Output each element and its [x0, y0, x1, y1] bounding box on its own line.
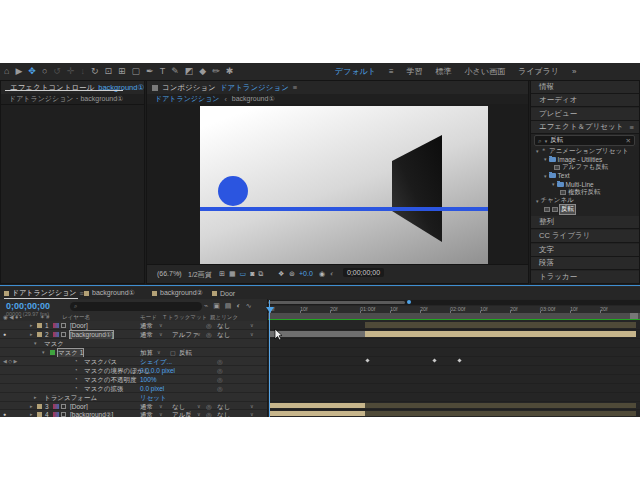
sidebar-panel-トラッカー[interactable]: トラッカー — [531, 271, 639, 284]
preset-tree-item[interactable]: ▾チャンネル — [536, 197, 574, 205]
property-row[interactable]: ▾マスク 1加算∨▢反転 — [0, 348, 267, 357]
playhead[interactable] — [269, 300, 270, 417]
presets-search-input[interactable]: ⌕ ▾ 反転 ✕ — [534, 135, 635, 146]
effects-presets-header[interactable]: エフェクト＆プリセット ≡ — [531, 121, 639, 134]
track-row[interactable] — [268, 366, 640, 375]
track-row[interactable] — [268, 330, 640, 339]
selection-tool[interactable]: ▶ — [15, 67, 22, 76]
puppet-pin-tool[interactable]: ✱ — [226, 67, 234, 76]
track-row[interactable] — [268, 410, 640, 417]
property-value[interactable]: 0.0,0.0 pixel — [140, 367, 175, 374]
panel-menu-icon[interactable]: ≡ — [293, 83, 297, 92]
workspace-tab-学習[interactable]: 学習 — [407, 66, 423, 77]
property-row[interactable]: ▸トランスフォームリセット — [0, 393, 267, 402]
twirl-icon[interactable]: ▸ — [34, 394, 37, 400]
frame-blending-icon[interactable]: ◐ — [236, 302, 240, 310]
eraser-tool[interactable]: ◆ — [199, 67, 206, 76]
sidebar-panel-段落[interactable]: 段落 — [531, 257, 639, 270]
twirl-icon[interactable]: ▾ — [544, 173, 547, 179]
view-layout-icon[interactable]: ⧉ — [258, 270, 263, 277]
keyframe-diamond[interactable] — [432, 358, 436, 362]
parent-pickwhip-icon[interactable]: ◎ — [206, 411, 212, 417]
workspace-tab-小さい画面[interactable]: 小さい画面 — [465, 66, 505, 77]
mask-color-swatch[interactable] — [50, 350, 55, 355]
property-row[interactable]: ◔マスクの拡張0.0 pixel◎ — [0, 384, 267, 393]
layer-name[interactable]: [Door] — [70, 403, 88, 410]
eye-icon[interactable]: ● — [3, 331, 6, 337]
workspace-tab-»[interactable]: » — [572, 67, 576, 76]
twirl-icon[interactable]: ▾ — [552, 181, 555, 187]
effect-controls-tab[interactable]: エフェクトコントロール background① ≡ » — [1, 81, 144, 94]
panel-menu-icon[interactable]: ≡ — [630, 123, 634, 132]
label-color-swatch[interactable] — [37, 323, 42, 328]
sidebar-panel-整列[interactable]: 整列 — [531, 216, 639, 229]
layer-duration-bar[interactable] — [269, 403, 365, 408]
preset-tree-item[interactable]: 複数行反転 — [560, 189, 601, 197]
parent-pickwhip-icon[interactable]: ◎ — [206, 322, 212, 330]
region-of-interest-icon[interactable]: ▭ — [240, 270, 247, 277]
layer-name-column[interactable]: レイヤー名 — [62, 314, 90, 321]
panel-menu-icon[interactable]: ≡ — [79, 290, 83, 297]
layer-duration-bar[interactable] — [365, 322, 636, 328]
mask-visibility-icon[interactable]: ▦ — [229, 270, 236, 277]
stopwatch-icon[interactable]: ◔ — [74, 358, 78, 364]
timeline-tab-background②[interactable]: background② — [152, 287, 203, 299]
twirl-icon[interactable]: ▸ — [30, 331, 33, 337]
rotation-tool[interactable]: ↻ — [91, 67, 99, 76]
pan-behind-tool[interactable]: ⊞ — [118, 67, 126, 76]
orbit-camera-tool[interactable]: ↺ — [53, 67, 61, 76]
scrollbar-thumb[interactable] — [268, 301, 405, 304]
track-row[interactable] — [268, 348, 640, 357]
twirl-icon[interactable]: ▾ — [536, 148, 539, 154]
workspace-tab-≡[interactable]: ≡ — [389, 67, 394, 76]
layer-duration-bar[interactable] — [365, 403, 636, 408]
transparency-grid-icon[interactable]: ◙ — [250, 270, 254, 277]
camera-tool[interactable]: ⊡ — [104, 67, 112, 76]
snapshot-icon[interactable]: ◉ — [319, 270, 325, 278]
comp-mini-flowchart-icon[interactable]: ⌁ — [204, 302, 208, 310]
track-row[interactable] — [268, 402, 640, 410]
layer-name[interactable]: [Door] — [70, 322, 88, 329]
clone-stamp-tool[interactable]: ◩ — [185, 67, 194, 76]
twirl-icon[interactable]: ▾ — [536, 198, 539, 204]
preset-tree-item[interactable]: ▾＊アニメーションプリセット — [536, 147, 629, 155]
channels-icon[interactable]: ❖ — [278, 270, 284, 278]
hide-shy-layers-icon[interactable]: ▤ — [225, 302, 232, 310]
label-color-swatch[interactable] — [37, 412, 42, 417]
workspace-tab-デフォルト[interactable]: デフォルト — [335, 66, 376, 77]
property-row[interactable]: ◔マスクの境界のぼかし∞0.0,0.0 pixel◎ — [0, 366, 267, 375]
twirl-icon[interactable]: ▸ — [30, 403, 33, 409]
stopwatch-icon[interactable]: ◔ — [74, 376, 78, 382]
layer-name[interactable]: [background①] — [70, 331, 113, 339]
timeline-zoom-scrollbar[interactable] — [268, 300, 640, 305]
roto-brush-tool[interactable]: ✏ — [212, 67, 220, 76]
property-row[interactable]: ◀ ◇ ▶◔マスクパスシェイプ...◎ — [0, 357, 267, 366]
fast-previews-icon[interactable]: ⊛ — [289, 270, 295, 278]
motion-blur-icon[interactable]: ∿ — [246, 302, 252, 310]
brush-tool[interactable]: ✎ — [171, 67, 179, 76]
parent-dropdown[interactable]: なし — [217, 411, 230, 417]
comp-nav-nested[interactable]: background① — [232, 95, 275, 103]
property-row[interactable]: ▾マスク — [0, 339, 267, 348]
clear-search-icon[interactable]: ✕ — [626, 137, 634, 145]
preset-tree-item[interactable]: 反転 — [544, 205, 575, 213]
layer-duration-bar[interactable] — [269, 411, 365, 416]
composition-tab[interactable]: コンポジション ドアトランジション ≡ — [147, 81, 528, 95]
layer-name[interactable]: [background②] — [70, 411, 113, 417]
preset-tree-item[interactable]: アルファも反転 — [554, 164, 608, 172]
layer-row[interactable]: ▸1[Door]通常∨◎なし∨ — [0, 321, 267, 330]
timeline-search-input[interactable]: ⌕ — [70, 302, 202, 311]
workspace-tab-標準[interactable]: 標準 — [436, 66, 452, 77]
dolly-camera-tool[interactable]: ↓ — [80, 67, 85, 76]
draft-3d-icon[interactable]: ▣ — [213, 302, 220, 310]
layer-row[interactable]: ●▸4[background②]通常∨アル反∨◎なし∨ — [0, 410, 267, 417]
twirl-icon[interactable]: ▸ — [30, 322, 33, 328]
sidebar-panel-CC ライブラリ[interactable]: CC ライブラリ — [531, 230, 639, 243]
type-tool[interactable]: T — [160, 67, 166, 76]
sidebar-panel-文字[interactable]: 文字 — [531, 244, 639, 257]
twirl-icon[interactable]: ▾ — [544, 156, 547, 162]
include-in-graph-icon[interactable]: ◎ — [217, 385, 223, 393]
layer-duration-bar[interactable] — [365, 411, 636, 416]
constrain-link-icon[interactable]: ∞ — [132, 367, 137, 374]
hand-tool[interactable]: ✥ — [28, 67, 36, 76]
